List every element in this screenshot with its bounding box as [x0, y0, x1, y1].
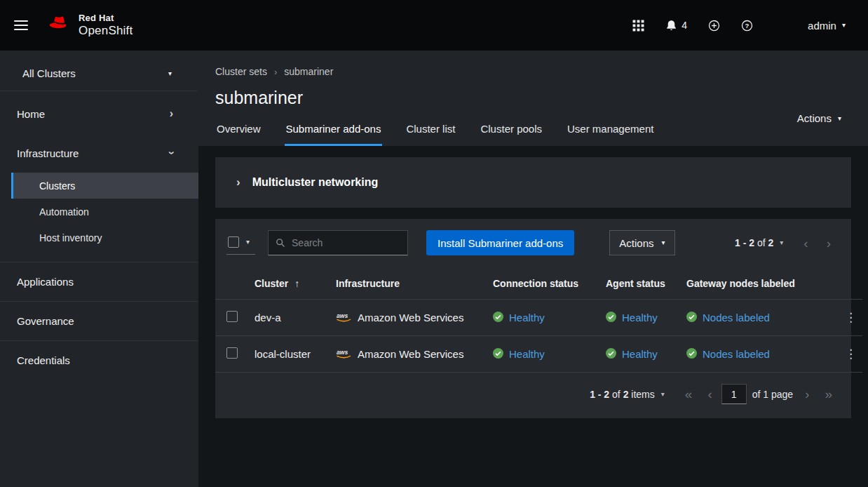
aws-icon: aws: [336, 312, 352, 324]
prev-page-angle-left-icon[interactable]: ‹: [794, 235, 817, 251]
breadcrumb: Cluster sets › submariner: [215, 66, 843, 77]
sidebar-item-infrastructure[interactable]: Infrastructure ›: [0, 133, 198, 173]
column-header-connection-status: Connection status: [487, 267, 600, 300]
tab-bar: Overview Submariner add-ons Cluster list…: [215, 119, 843, 146]
install-submariner-button[interactable]: Install Submariner add-ons: [426, 230, 574, 255]
sidebar-item-applications[interactable]: Applications: [0, 262, 198, 301]
pagination-caret-down-icon[interactable]: ▾: [780, 239, 783, 246]
sidebar-item-credentials[interactable]: Credentials: [0, 340, 198, 380]
tab-user-management[interactable]: User management: [566, 119, 655, 146]
page-actions-dropdown[interactable]: Actions ▾: [797, 112, 841, 124]
caret-down-icon: ▾: [842, 22, 846, 29]
perspective-label: All Clusters: [22, 67, 76, 79]
row-kebab-menu-icon[interactable]: ⋮: [839, 310, 862, 325]
brand-text: Red Hat OpenShift: [79, 13, 133, 37]
notifications-bell-icon[interactable]: 4: [665, 20, 687, 32]
nav-toggle-hamburger-icon[interactable]: [14, 18, 28, 33]
username: admin: [808, 20, 836, 32]
tab-overview[interactable]: Overview: [215, 119, 262, 146]
submariner-table-card: ▾ Install Submariner add-ons Actions ▾: [215, 219, 851, 418]
search-box: [268, 230, 408, 255]
masthead: Red Hat OpenShift 4: [0, 0, 868, 51]
multicluster-networking-expandable[interactable]: › Multicluster networking: [215, 157, 851, 208]
column-header-cluster-sort[interactable]: Cluster ↑: [255, 278, 299, 289]
success-check-circle-icon: [493, 312, 503, 324]
current-page-input[interactable]: [721, 384, 747, 404]
table-row-local-cluster: local-cluster aws Amazon: [215, 336, 862, 373]
caret-down-icon: ▾: [246, 239, 250, 246]
caret-down-icon: ▾: [838, 115, 841, 122]
svg-text:?: ?: [745, 21, 750, 29]
page-header: Cluster sets › submariner submariner Act…: [198, 51, 868, 146]
search-icon: [276, 238, 285, 248]
quick-create-plus-circle-icon[interactable]: [708, 20, 720, 32]
breadcrumb-separator-chevron-icon: ›: [274, 67, 277, 77]
brand-logo[interactable]: Red Hat OpenShift: [46, 13, 133, 37]
infrastructure-label: Amazon Web Services: [358, 312, 463, 323]
brand-openshift: OpenShift: [79, 24, 133, 37]
aws-icon: aws: [336, 348, 352, 361]
row-checkbox[interactable]: [226, 311, 238, 322]
redhat-fedora-icon: [46, 14, 72, 36]
sidebar-item-host-inventory[interactable]: Host inventory: [0, 225, 198, 251]
brand-redhat: Red Hat: [79, 13, 133, 24]
sidebar-item-home[interactable]: Home ›: [0, 94, 198, 133]
tab-cluster-pools[interactable]: Cluster pools: [479, 119, 543, 146]
column-header-agent-status: Agent status: [600, 267, 681, 300]
success-check-circle-icon: [686, 348, 697, 361]
perspective-switcher-all-clusters[interactable]: All Clusters ▾: [0, 56, 198, 91]
chevron-down-icon: ›: [165, 151, 177, 154]
prev-page-angle-left-icon[interactable]: ‹: [700, 386, 719, 402]
column-header-infrastructure: Infrastructure: [330, 267, 487, 300]
sidebar-item-automation[interactable]: Automation: [0, 199, 198, 225]
pagination-items-summary: 1 - 2 of 2 items: [590, 389, 655, 400]
gateway-nodes-link[interactable]: Nodes labeled: [703, 348, 770, 360]
expandable-section-title: Multicluster networking: [252, 176, 379, 189]
tab-content: › Multicluster networking ▾: [198, 146, 868, 487]
table-header-row: Cluster ↑ Infrastructure Connection stat…: [215, 267, 862, 300]
notification-count-badge: 4: [681, 20, 687, 31]
bulk-select-dropdown[interactable]: ▾: [226, 231, 255, 255]
tab-cluster-list[interactable]: Cluster list: [405, 119, 456, 146]
search-input[interactable]: [269, 231, 407, 255]
next-page-angle-right-icon[interactable]: ›: [818, 235, 840, 251]
sidebar-nav: All Clusters ▾ Home › Infrastructure › C…: [0, 51, 198, 487]
next-page-angle-right-icon[interactable]: ›: [797, 386, 817, 402]
agent-status-link[interactable]: Healthy: [622, 312, 658, 323]
page-count-label: of 1 page: [752, 389, 793, 400]
cluster-name[interactable]: dev-a: [255, 312, 281, 323]
row-checkbox[interactable]: [226, 347, 238, 359]
pagination-caret-down-icon[interactable]: ▾: [661, 391, 665, 398]
agent-status-link[interactable]: Healthy: [622, 348, 658, 360]
user-menu[interactable]: admin ▾: [808, 20, 846, 32]
breadcrumb-current: submariner: [284, 66, 333, 77]
sidebar-infrastructure-subnav: Clusters Automation Host inventory: [0, 173, 198, 252]
app-layout: All Clusters ▾ Home › Infrastructure › C…: [0, 51, 868, 487]
tab-submariner-add-ons[interactable]: Submariner add-ons: [285, 119, 383, 146]
connection-status-link[interactable]: Healthy: [509, 312, 545, 323]
gateway-nodes-link[interactable]: Nodes labeled: [703, 312, 770, 323]
cluster-name[interactable]: local-cluster: [255, 348, 311, 360]
sidebar-item-governance[interactable]: Governance: [0, 301, 198, 340]
masthead-toolbar: 4 ? admin ▾: [632, 20, 846, 32]
select-all-checkbox[interactable]: [228, 236, 239, 248]
chevron-right-icon: ›: [170, 108, 173, 119]
row-kebab-menu-icon[interactable]: ⋮: [839, 347, 862, 361]
page-title: submariner: [215, 88, 843, 108]
success-check-circle-icon: [493, 348, 503, 361]
caret-down-icon: ▾: [168, 70, 172, 77]
breadcrumb-cluster-sets-link[interactable]: Cluster sets: [215, 66, 267, 77]
expand-chevron-right-icon[interactable]: ›: [236, 175, 240, 189]
sidebar-item-clusters[interactable]: Clusters: [11, 173, 198, 199]
help-question-circle-icon[interactable]: ?: [741, 20, 753, 32]
toolbar-actions-dropdown[interactable]: Actions ▾: [609, 230, 674, 255]
connection-status-link[interactable]: Healthy: [509, 348, 545, 360]
first-page-angle-double-left-icon[interactable]: «: [677, 386, 700, 402]
svg-text:aws: aws: [337, 348, 348, 355]
last-page-angle-double-right-icon[interactable]: »: [817, 386, 840, 402]
svg-text:aws: aws: [337, 312, 348, 319]
infrastructure-label: Amazon Web Services: [358, 348, 463, 360]
table-toolbar: ▾ Install Submariner add-ons Actions ▾: [215, 219, 851, 267]
app-launcher-icon[interactable]: [632, 20, 644, 32]
caret-down-icon: ▾: [662, 239, 665, 246]
